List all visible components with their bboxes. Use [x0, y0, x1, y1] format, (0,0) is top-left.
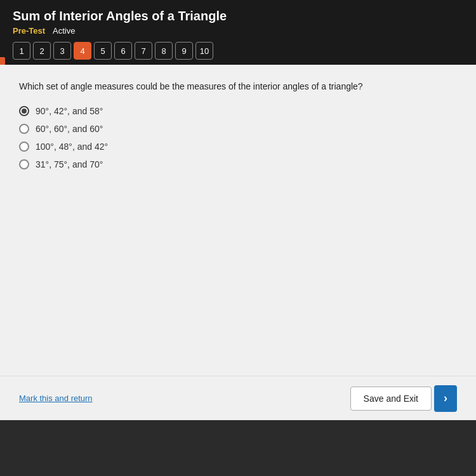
- page-title: Sum of Interior Angles of a Triangle: [13, 9, 463, 23]
- question-number-1[interactable]: 1: [13, 42, 30, 60]
- question-text: Which set of angle measures could be the…: [19, 80, 457, 93]
- option-label-b: 60°, 60°, and 60°: [36, 124, 103, 134]
- option-a[interactable]: 90°, 42°, and 58°: [19, 106, 457, 116]
- save-exit-button[interactable]: Save and Exit: [350, 387, 432, 411]
- mark-return-link[interactable]: Mark this and return: [19, 393, 93, 403]
- next-arrow-icon: ›: [444, 392, 447, 405]
- footer-buttons: Save and Exit ›: [350, 385, 457, 412]
- option-label-c: 100°, 48°, and 42°: [36, 142, 108, 152]
- next-button[interactable]: ›: [434, 385, 457, 412]
- question-number-6[interactable]: 6: [114, 42, 132, 60]
- question-number-3[interactable]: 3: [53, 42, 71, 60]
- question-number-7[interactable]: 7: [135, 42, 152, 60]
- question-number-10[interactable]: 10: [195, 42, 213, 60]
- header: Sum of Interior Angles of a Triangle Pre…: [0, 0, 476, 65]
- main-content: Which set of angle measures could be the…: [0, 65, 476, 420]
- pre-test-label: Pre-Test: [13, 26, 45, 36]
- question-number-5[interactable]: 5: [94, 42, 112, 60]
- option-d[interactable]: 31°, 75°, and 70°: [19, 159, 457, 169]
- option-c[interactable]: 100°, 48°, and 42°: [19, 142, 457, 152]
- option-b[interactable]: 60°, 60°, and 60°: [19, 124, 457, 134]
- question-numbers: 12345678910: [13, 42, 463, 60]
- active-label: Active: [53, 26, 75, 36]
- option-label-a: 90°, 42°, and 58°: [36, 106, 103, 116]
- radio-b: [19, 124, 29, 134]
- radio-c: [19, 142, 29, 152]
- option-label-d: 31°, 75°, and 70°: [36, 159, 103, 169]
- radio-a: [19, 106, 29, 116]
- question-number-2[interactable]: 2: [33, 42, 51, 60]
- options-list: 90°, 42°, and 58°60°, 60°, and 60°100°, …: [19, 106, 457, 169]
- question-number-8[interactable]: 8: [155, 42, 173, 60]
- footer: Mark this and return Save and Exit ›: [0, 376, 476, 420]
- question-number-9[interactable]: 9: [175, 42, 193, 60]
- subtitle-row: Pre-Test Active: [13, 26, 463, 36]
- radio-d: [19, 159, 29, 169]
- question-number-4[interactable]: 4: [74, 42, 91, 60]
